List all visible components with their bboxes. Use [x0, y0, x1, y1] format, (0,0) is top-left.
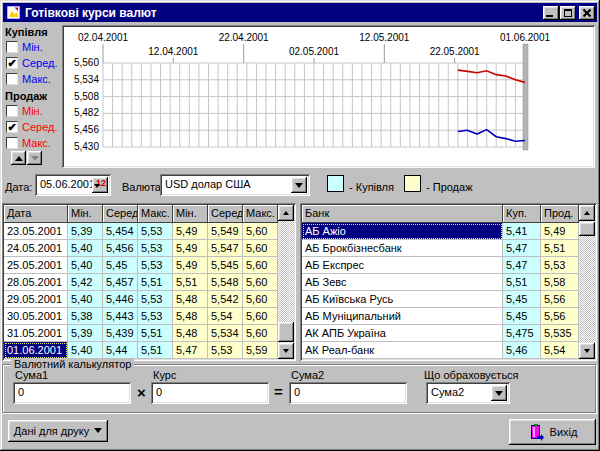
- column-header[interactable]: Серед.: [103, 205, 138, 223]
- table-cell[interactable]: 5,47: [503, 257, 541, 274]
- table-cell[interactable]: 5,548: [208, 274, 243, 291]
- checkbox-box[interactable]: [6, 105, 18, 117]
- table-cell[interactable]: 5,60: [243, 240, 278, 257]
- table-cell[interactable]: АБ Ажіо: [302, 223, 503, 240]
- banks-scrollbar[interactable]: [579, 205, 595, 359]
- table-cell[interactable]: 5,49: [173, 257, 208, 274]
- table-cell[interactable]: 01.06.2001: [4, 342, 68, 359]
- sum1-input[interactable]: 0: [13, 382, 131, 404]
- table-cell[interactable]: 5,53: [541, 257, 579, 274]
- table-cell[interactable]: 5,38: [68, 308, 103, 325]
- table-cell[interactable]: АБ Брокбізнесбанк: [302, 240, 503, 257]
- table-cell[interactable]: 5,53: [138, 291, 173, 308]
- table-cell[interactable]: 5,60: [243, 308, 278, 325]
- table-cell[interactable]: 5,45: [503, 291, 541, 308]
- checkbox-sell-avg[interactable]: ✔ Серед.: [6, 120, 58, 134]
- table-cell[interactable]: 5,534: [208, 325, 243, 342]
- table-cell[interactable]: 5,454: [103, 223, 138, 240]
- column-header[interactable]: Прод.: [541, 205, 579, 223]
- table-cell[interactable]: 5,58: [541, 274, 579, 291]
- table-cell[interactable]: 5,53: [138, 308, 173, 325]
- table-cell[interactable]: АБ Київська Русь: [302, 291, 503, 308]
- currency-dropdown-button[interactable]: [291, 177, 307, 193]
- checkbox-sell-max[interactable]: Макс.: [6, 136, 51, 150]
- table-cell[interactable]: 5,443: [103, 308, 138, 325]
- checkbox-box[interactable]: ✔: [6, 121, 18, 133]
- checkbox-buy-max[interactable]: Макс.: [6, 72, 51, 86]
- table-cell[interactable]: АБ Зевс: [302, 274, 503, 291]
- table-cell[interactable]: 5,60: [243, 291, 278, 308]
- maximize-button[interactable]: [560, 6, 576, 20]
- column-header[interactable]: Макс.: [243, 205, 278, 223]
- result-mode-select[interactable]: Сума2: [426, 382, 510, 404]
- table-cell[interactable]: 5,542: [208, 291, 243, 308]
- table-cell[interactable]: 5,40: [68, 342, 103, 359]
- table-cell[interactable]: 5,54: [541, 342, 579, 359]
- table-cell[interactable]: 28.05.2001: [4, 274, 68, 291]
- column-header[interactable]: Серед.: [208, 205, 243, 223]
- currency-select[interactable]: USD долар США: [160, 174, 310, 196]
- column-header[interactable]: Макс.: [138, 205, 173, 223]
- table-cell[interactable]: 30.05.2001: [4, 308, 68, 325]
- table-cell[interactable]: 5,42: [68, 274, 103, 291]
- table-cell[interactable]: 5,51: [138, 274, 173, 291]
- checkbox-sell-min[interactable]: Мін.: [6, 104, 43, 118]
- table-cell[interactable]: 5,475: [503, 325, 541, 342]
- checkbox-box[interactable]: ✔: [6, 57, 18, 69]
- table-cell[interactable]: 5,47: [173, 342, 208, 359]
- table-cell[interactable]: 5,60: [243, 274, 278, 291]
- table-cell[interactable]: 5,40: [68, 291, 103, 308]
- date-input[interactable]: 05.06.2001 12: [35, 174, 111, 196]
- scroll-up-button[interactable]: [278, 205, 294, 221]
- table-cell[interactable]: 5,54: [208, 308, 243, 325]
- scroll-up-button[interactable]: [579, 205, 595, 221]
- table-cell[interactable]: 5,53: [138, 240, 173, 257]
- column-header[interactable]: Куп.: [503, 205, 541, 223]
- checkbox-buy-min[interactable]: Мін.: [6, 40, 43, 54]
- scale-down-button[interactable]: [27, 151, 42, 165]
- table-cell[interactable]: 5,60: [243, 257, 278, 274]
- table-cell[interactable]: 5,547: [208, 240, 243, 257]
- table-cell[interactable]: 5,545: [208, 257, 243, 274]
- exit-button[interactable]: Вихід: [509, 419, 596, 445]
- table-cell[interactable]: 5,457: [103, 274, 138, 291]
- table-cell[interactable]: АБ Експрес: [302, 257, 503, 274]
- table-cell[interactable]: 5,446: [103, 291, 138, 308]
- table-cell[interactable]: 5,48: [173, 308, 208, 325]
- table-cell[interactable]: 5,44: [103, 342, 138, 359]
- table-cell[interactable]: 5,51: [541, 240, 579, 257]
- sum2-input[interactable]: 0: [289, 382, 407, 404]
- table-cell[interactable]: АБ Муніципальний: [302, 308, 503, 325]
- title-bar[interactable]: Готівкові курси валют: [3, 3, 597, 22]
- minimize-button[interactable]: [543, 6, 559, 20]
- table-cell[interactable]: 5,56: [541, 291, 579, 308]
- table-cell[interactable]: 5,60: [243, 223, 278, 240]
- scroll-thumb[interactable]: [278, 322, 294, 342]
- table-cell[interactable]: 5,39: [68, 325, 103, 342]
- result-dropdown-button[interactable]: [491, 385, 507, 401]
- table-cell[interactable]: 5,535: [541, 325, 579, 342]
- table-cell[interactable]: 25.05.2001: [4, 257, 68, 274]
- table-cell[interactable]: 5,48: [173, 291, 208, 308]
- checkbox-box[interactable]: [6, 73, 18, 85]
- table-cell[interactable]: 5,41: [503, 223, 541, 240]
- table-cell[interactable]: 5,39: [68, 223, 103, 240]
- table-cell[interactable]: 5,59: [243, 342, 278, 359]
- scroll-down-button[interactable]: [278, 343, 294, 359]
- calendar-button[interactable]: 12: [92, 177, 108, 193]
- scale-up-button[interactable]: [11, 151, 26, 165]
- table-cell[interactable]: 5,60: [243, 325, 278, 342]
- table-cell[interactable]: 5,48: [173, 325, 208, 342]
- table-cell[interactable]: 5,439: [103, 325, 138, 342]
- print-data-button[interactable]: Дані для друку: [8, 420, 108, 442]
- table-cell[interactable]: 5,51: [173, 274, 208, 291]
- column-header[interactable]: Дата: [4, 205, 68, 223]
- table-cell[interactable]: 23.05.2001: [4, 223, 68, 240]
- table-cell[interactable]: 24.05.2001: [4, 240, 68, 257]
- table-cell[interactable]: 5,45: [103, 257, 138, 274]
- checkbox-box[interactable]: [6, 137, 18, 149]
- table-cell[interactable]: 31.05.2001: [4, 325, 68, 342]
- rates-scrollbar[interactable]: [278, 205, 294, 359]
- table-cell[interactable]: 5,456: [103, 240, 138, 257]
- table-cell[interactable]: АК АПБ Україна: [302, 325, 503, 342]
